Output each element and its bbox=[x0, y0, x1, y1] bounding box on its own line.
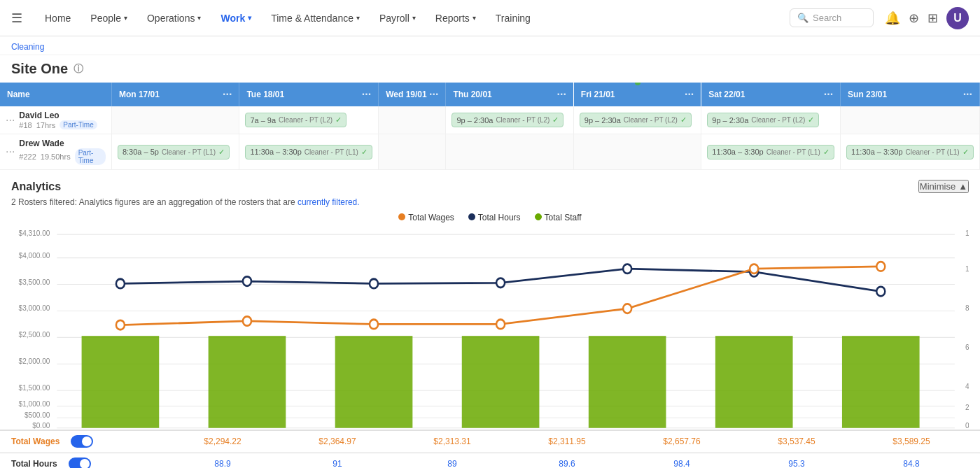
bell-icon[interactable]: 🔔 bbox=[885, 10, 900, 26]
totals-row-hours: Total Hours 88.9 91 89 89.6 98.4 95.3 84… bbox=[0, 453, 980, 468]
search-placeholder: Search bbox=[813, 13, 841, 23]
hours-val-sun: 84.8 bbox=[854, 459, 969, 468]
hours-val-sat: 95.3 bbox=[739, 459, 854, 468]
chevron-down-icon: ▾ bbox=[197, 14, 201, 22]
navbar: ☰ Home People ▾ Operations ▾ Work ▾ Time… bbox=[0, 0, 980, 36]
col-header-wed: Wed 19/01 ··· bbox=[379, 83, 446, 106]
site-header: Site One ⓘ bbox=[0, 55, 980, 83]
svg-text:100: 100 bbox=[965, 264, 969, 273]
wages-label: Total Wages bbox=[11, 437, 59, 446]
employee-type-badge: Part-Time bbox=[75, 148, 106, 165]
col-header-fri: Fri 21/01 ··· bbox=[573, 83, 701, 106]
help-icon[interactable]: ⊕ bbox=[909, 10, 919, 26]
bar-thu bbox=[462, 336, 540, 428]
wages-values: $2,294.22 $2,364.97 $2,313.31 $2,311.95 … bbox=[165, 437, 969, 446]
nav-reports[interactable]: Reports ▾ bbox=[427, 8, 484, 28]
wages-val-wed: $2,313.31 bbox=[395, 437, 510, 446]
wages-toggle[interactable] bbox=[71, 435, 93, 448]
roster-table-container: Name Mon 17/01 ··· Tue 18/01 ··· bbox=[0, 83, 980, 170]
analytics-section: Analytics Minimise ▲ 2 Rosters filtered:… bbox=[0, 173, 980, 430]
shift-pill[interactable]: 9p – 2:30a Cleaner - PT (L2) ✓ bbox=[580, 113, 692, 127]
svg-text:$1,500.00: $1,500.00 bbox=[19, 383, 50, 392]
col-header-name: Name bbox=[0, 83, 111, 106]
nav-home[interactable]: Home bbox=[36, 8, 79, 28]
nav-payroll[interactable]: Payroll ▾ bbox=[371, 8, 424, 28]
svg-text:$1,000.00: $1,000.00 bbox=[19, 399, 50, 408]
shift-cell-wed bbox=[379, 106, 446, 134]
bar-wed bbox=[335, 336, 413, 428]
shift-cell-sun bbox=[841, 106, 980, 134]
shift-pill[interactable]: 9p – 2:30a Cleaner - PT (L2) ✓ bbox=[451, 113, 564, 127]
nav-work[interactable]: Work ▾ bbox=[212, 8, 260, 28]
col-header-sat: Sat 22/01 ··· bbox=[701, 83, 841, 106]
col-fri-menu[interactable]: ··· bbox=[685, 88, 694, 101]
wages-dot-thu bbox=[496, 320, 505, 329]
bar-sun bbox=[842, 336, 920, 428]
nav-icons: 🔔 ⊕ ⊞ bbox=[885, 10, 938, 26]
svg-text:$3,500.00: $3,500.00 bbox=[19, 277, 50, 286]
app-logo: U bbox=[946, 7, 969, 29]
hours-dot-wed bbox=[370, 279, 378, 288]
wages-dot-sat bbox=[750, 264, 758, 274]
wages-line bbox=[120, 267, 881, 325]
col-thu-menu[interactable]: ··· bbox=[556, 88, 566, 101]
svg-text:20: 20 bbox=[965, 403, 969, 412]
wages-dot-wed bbox=[370, 320, 378, 329]
shift-pill[interactable]: 11:30a – 3:30p Cleaner - PT (L1) ✓ bbox=[846, 145, 973, 159]
search-box[interactable]: 🔍 Search bbox=[790, 8, 874, 27]
shift-pill[interactable]: 7a – 9a Cleaner - PT (L2) ✓ bbox=[245, 113, 346, 127]
employee-name: David Leo bbox=[19, 111, 97, 120]
hours-dot-fri bbox=[623, 264, 631, 274]
col-sun-menu[interactable]: ··· bbox=[963, 88, 972, 101]
wages-val-fri: $2,657.76 bbox=[624, 437, 739, 446]
shift-pill[interactable]: 9p – 2:30a Cleaner - PT (L2) ✓ bbox=[707, 113, 819, 127]
svg-text:$4,000.00: $4,000.00 bbox=[19, 250, 50, 260]
employee-name-cell: ··· Drew Wade #22219.50hrs Part-Time bbox=[0, 134, 111, 170]
row-actions-menu[interactable]: ··· bbox=[6, 114, 15, 127]
col-header-mon: Mon 17/01 ··· bbox=[111, 83, 239, 106]
nav-time-attendance[interactable]: Time & Attendance ▾ bbox=[262, 8, 368, 28]
info-icon[interactable]: ⓘ bbox=[74, 63, 83, 76]
breadcrumb-link[interactable]: Cleaning bbox=[11, 42, 44, 52]
chevron-down-icon: ▾ bbox=[472, 14, 476, 22]
col-mon-menu[interactable]: ··· bbox=[223, 88, 232, 101]
wages-val-tue: $2,364.97 bbox=[280, 437, 395, 446]
bar-fri bbox=[589, 336, 666, 428]
shift-cell-wed bbox=[379, 134, 446, 170]
col-wed-menu[interactable]: ··· bbox=[429, 88, 438, 101]
shift-pill[interactable]: 11:30a – 3:30p Cleaner - PT (L1) ✓ bbox=[707, 145, 834, 159]
shift-pill[interactable]: 8:30a – 5p Cleaner - PT (L1) ✓ bbox=[118, 145, 230, 159]
chevron-up-icon: ▲ bbox=[958, 181, 967, 192]
grid-icon[interactable]: ⊞ bbox=[927, 10, 938, 26]
employee-meta: #22219.50hrs Part-Time bbox=[19, 148, 106, 165]
shift-cell-mon bbox=[111, 106, 239, 134]
roster-table: Name Mon 17/01 ··· Tue 18/01 ··· bbox=[0, 83, 980, 170]
wages-val-sat: $3,537.45 bbox=[739, 437, 854, 446]
hours-dot-sun bbox=[876, 287, 885, 296]
chevron-down-icon: ▾ bbox=[248, 14, 251, 22]
row-actions-menu[interactable]: ··· bbox=[6, 146, 15, 158]
nav-links: Home People ▾ Operations ▾ Work ▾ Time &… bbox=[36, 8, 784, 28]
svg-text:40: 40 bbox=[965, 381, 969, 390]
shift-cell-sat: 11:30a – 3:30p Cleaner - PT (L1) ✓ bbox=[701, 134, 841, 170]
page-content: Cleaning Site One ⓘ Name Mon 17/01 ·· bbox=[0, 36, 980, 468]
wages-dot-fri bbox=[623, 304, 631, 313]
minimise-button[interactable]: Minimise ▲ bbox=[918, 180, 969, 193]
hours-val-mon: 88.9 bbox=[165, 459, 280, 468]
nav-operations[interactable]: Operations ▾ bbox=[139, 8, 209, 28]
filter-link[interactable]: currently filtered. bbox=[298, 197, 360, 207]
nav-people[interactable]: People ▾ bbox=[82, 8, 136, 28]
nav-training[interactable]: Training bbox=[487, 8, 539, 28]
hours-dot-mon bbox=[116, 279, 125, 288]
hamburger-icon[interactable]: ☰ bbox=[11, 10, 22, 26]
table-row: ··· David Leo #1817hrs Part-Time bbox=[0, 106, 980, 134]
svg-text:80: 80 bbox=[965, 304, 969, 313]
col-header-tue: Tue 18/01 ··· bbox=[239, 83, 379, 106]
shift-cell-fri: 9p – 2:30a Cleaner - PT (L2) ✓ bbox=[573, 106, 701, 134]
col-tue-menu[interactable]: ··· bbox=[362, 88, 371, 101]
svg-text:$2,500.00: $2,500.00 bbox=[19, 330, 50, 339]
hours-toggle[interactable] bbox=[69, 458, 91, 468]
col-sat-menu[interactable]: ··· bbox=[824, 88, 833, 101]
shift-pill[interactable]: 11:30a – 3:30p Cleaner - PT (L1) ✓ bbox=[245, 145, 372, 159]
analytics-header: Analytics Minimise ▲ bbox=[11, 173, 969, 197]
